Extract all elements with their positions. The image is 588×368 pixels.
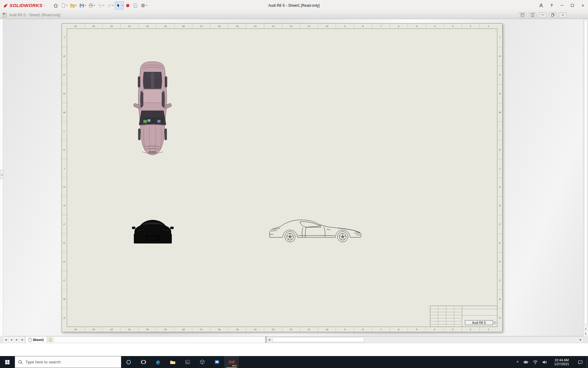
solidworks-brand[interactable]: SOLIDWORKS › (0, 3, 48, 8)
file-explorer-button[interactable] (165, 356, 180, 368)
task-view-button[interactable] (136, 356, 151, 368)
rebuild-button[interactable] (124, 2, 131, 10)
doc-cascade-windows-button[interactable] (529, 12, 536, 18)
solidworks-taskbar-button[interactable]: SW 2021 (224, 356, 239, 368)
zone-label: 4 (426, 24, 444, 29)
last-sheet-icon: ▶| (21, 339, 23, 341)
maximize-button[interactable] (567, 0, 578, 11)
battery-icon (524, 360, 529, 365)
options-dropdown-icon[interactable]: ▾ (146, 4, 147, 7)
print-dropdown-icon[interactable]: ▾ (94, 4, 95, 7)
undo-button[interactable]: ▾ (96, 2, 105, 10)
cortana-button[interactable] (121, 356, 136, 368)
zone-label: 16 (210, 24, 228, 29)
brand-expand-arrow-icon[interactable]: › (43, 3, 45, 8)
zone-label: J (497, 159, 502, 178)
battery-status-button[interactable] (522, 356, 531, 368)
scroll-up-button[interactable]: ▲ (583, 326, 588, 331)
blue-window-app-icon (214, 359, 220, 365)
taskbar-search-box[interactable] (15, 356, 121, 368)
cube-app-button[interactable] (195, 356, 209, 368)
zone-label: H (497, 178, 502, 197)
first-sheet-button[interactable]: |◀ (3, 336, 9, 343)
open-dropdown-icon[interactable]: ▾ (75, 4, 77, 7)
clock-time: 10:44 AM (555, 358, 569, 362)
car-front-view-drawing[interactable] (132, 217, 174, 245)
zone-label: 24 (67, 24, 85, 29)
new-dropdown-icon[interactable]: ▾ (66, 4, 67, 7)
start-button[interactable] (0, 356, 15, 368)
terminal-app-button[interactable] (180, 356, 195, 368)
open-folder-icon (70, 3, 75, 8)
scroll-right-button[interactable]: ▶ (578, 336, 583, 343)
taskbar-clock[interactable]: 10:44 AM 1/27/2021 (549, 356, 574, 368)
previous-sheet-button[interactable]: ◀ (9, 336, 14, 343)
volume-button[interactable] (540, 356, 549, 368)
brand-text: SOLIDWORKS (9, 3, 42, 8)
car-side-view-drawing[interactable] (267, 217, 364, 245)
zone-label: 3 (444, 327, 462, 332)
windows-start-icon (5, 360, 10, 365)
scroll-down-button[interactable]: ▼ (583, 331, 588, 336)
car-top-view-drawing[interactable] (132, 60, 173, 157)
zone-label: R (62, 47, 67, 66)
doc-restore-icon (551, 13, 555, 17)
doc-close-button[interactable]: × (559, 12, 567, 18)
edge-button[interactable]: e (151, 356, 165, 368)
vertical-scrollbar-thumb[interactable] (584, 20, 587, 324)
window-footer (0, 343, 588, 356)
close-button[interactable]: × (578, 0, 588, 11)
blue-window-app-button[interactable] (209, 356, 224, 368)
cube-app-icon (200, 359, 205, 365)
titlebar-right-controls: ? × (536, 0, 588, 11)
sheet-zone-letters-left: TRPNMLKJHGFEDCBA (62, 29, 67, 327)
first-sheet-icon: |◀ (5, 339, 6, 341)
horizontal-scrollbar-thumb[interactable] (272, 337, 364, 342)
save-button[interactable]: ▾ (78, 2, 87, 10)
select-dropdown-icon[interactable]: ▾ (121, 4, 123, 7)
save-dropdown-icon[interactable]: ▾ (85, 4, 86, 7)
redo-button[interactable]: ▾ (106, 2, 115, 10)
scroll-left-button[interactable]: ◀ (267, 336, 272, 343)
previous-sheet-icon: ◀ (10, 339, 12, 341)
doc-tile-windows-button[interactable] (518, 12, 526, 18)
add-sheet-button[interactable] (47, 336, 54, 343)
horizontal-scrollbar[interactable]: ◀ ▶ (267, 336, 583, 343)
zone-label: 15 (228, 327, 247, 332)
select-tool-button[interactable]: ▾ (115, 2, 124, 10)
vertical-scrollbar[interactable]: ▲ ▼ (583, 19, 588, 336)
next-sheet-button[interactable]: ▶ (14, 336, 20, 343)
minimize-button[interactable] (557, 0, 567, 11)
scroll-up-icon: ▲ (585, 328, 587, 330)
task-pane-collapse-button[interactable]: ◀ (0, 170, 3, 179)
windows-taskbar: e SW 2021 ^ 10:44 AM 1/27/2021 (0, 356, 588, 368)
undo-dropdown-icon[interactable]: ▾ (103, 4, 104, 7)
new-document-button[interactable]: ▾ (60, 2, 69, 10)
help-button[interactable]: ? (546, 0, 557, 11)
options-button[interactable]: ▾ (139, 2, 148, 10)
home-button[interactable] (52, 2, 59, 10)
account-button[interactable] (536, 0, 546, 11)
tab-sheet1[interactable]: Sheet1 (25, 336, 47, 343)
title-block-part-name[interactable]: Audi R8 S (465, 320, 493, 325)
last-sheet-button[interactable]: ▶| (20, 336, 25, 343)
open-button[interactable]: ▾ (69, 2, 78, 10)
action-center-button[interactable] (574, 356, 586, 368)
show-desktop-button[interactable] (586, 356, 588, 368)
hidden-icons-button[interactable]: ^ (514, 356, 522, 368)
search-input[interactable] (25, 360, 118, 364)
file-properties-button[interactable] (132, 2, 139, 10)
network-status-button[interactable] (531, 356, 540, 368)
redo-dropdown-icon[interactable]: ▾ (112, 4, 113, 7)
zone-label: 15 (228, 24, 247, 29)
drawing-sheet[interactable]: 242322212019181716151413121110987654321 … (62, 23, 503, 332)
doc-restore-button[interactable] (549, 12, 556, 18)
title-block-checkbox[interactable] (494, 322, 496, 324)
print-button[interactable]: ▾ (87, 2, 96, 10)
zone-label: F (497, 215, 502, 234)
zone-label: 8 (354, 327, 372, 332)
new-document-icon (61, 3, 66, 8)
zone-label: B (497, 290, 502, 309)
drawing-canvas[interactable]: 242322212019181716151413121110987654321 … (3, 19, 583, 336)
doc-minimize-button[interactable] (539, 12, 546, 18)
